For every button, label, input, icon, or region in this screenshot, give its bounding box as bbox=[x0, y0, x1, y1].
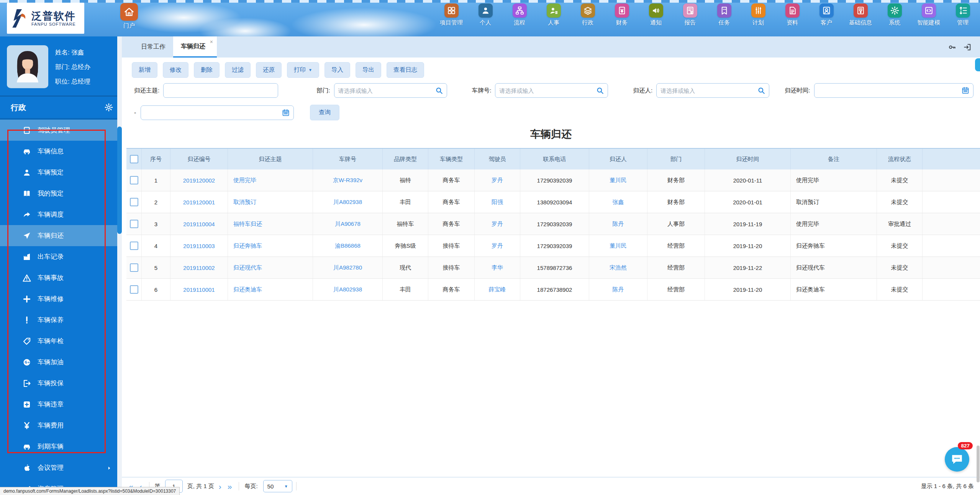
column-header[interactable]: 品牌类型 bbox=[383, 149, 428, 169]
sidebar-menu-item[interactable]: 车辆保养 bbox=[0, 309, 122, 331]
sidebar-menu-item[interactable]: 出车记录 bbox=[0, 246, 122, 267]
topnav-item[interactable]: 人事 bbox=[542, 3, 565, 26]
cell-driver[interactable]: 薛宝峰 bbox=[475, 279, 520, 300]
topnav-item[interactable]: 系统 bbox=[883, 3, 906, 26]
row-checkbox[interactable] bbox=[130, 198, 138, 206]
toolbar-button[interactable]: 删除 ▼ bbox=[194, 62, 220, 78]
cell-return-code[interactable]: 2019120002 bbox=[170, 169, 228, 191]
exit-icon[interactable] bbox=[963, 43, 972, 51]
cell-driver[interactable]: 罗丹 bbox=[475, 235, 520, 257]
topnav-item[interactable]: 个人 bbox=[474, 3, 497, 26]
sidebar-menu-item[interactable]: G+ 车辆加油 bbox=[0, 352, 122, 373]
sidebar-menu-item[interactable]: 驾驶员管理 bbox=[0, 120, 122, 141]
cell-returner[interactable]: 董川民 bbox=[589, 235, 647, 257]
toolbar-button[interactable]: 修改 ▼ bbox=[163, 62, 188, 78]
row-checkbox[interactable] bbox=[130, 176, 138, 184]
toolbar-button[interactable]: 还原 ▼ bbox=[256, 62, 282, 78]
scrollbar-fragment[interactable] bbox=[977, 446, 980, 482]
topnav-item[interactable]: 客户 bbox=[814, 3, 838, 26]
cell-subject[interactable]: 福特车归还 bbox=[228, 213, 313, 235]
column-header[interactable]: 联系电话 bbox=[520, 149, 589, 169]
sidebar-menu-item[interactable]: 车辆归还 bbox=[0, 225, 122, 246]
cell-plate[interactable]: 京W-R392v bbox=[313, 169, 383, 191]
return-time-end-input[interactable] bbox=[141, 105, 294, 120]
tab-vehicle-return[interactable]: 车辆归还 × bbox=[173, 36, 217, 58]
sidebar-menu-item[interactable]: 我的预定 bbox=[0, 183, 122, 204]
cell-returner[interactable]: 董川民 bbox=[589, 169, 647, 191]
subject-input[interactable] bbox=[163, 83, 278, 98]
plate-input[interactable] bbox=[495, 83, 608, 98]
cell-return-code[interactable]: 2019110004 bbox=[170, 213, 228, 235]
cell-return-code[interactable]: 2019110003 bbox=[170, 235, 228, 257]
gear-icon[interactable] bbox=[104, 103, 113, 112]
search-icon[interactable] bbox=[435, 86, 443, 95]
topnav-item[interactable]: 财务 bbox=[610, 3, 634, 26]
topnav-item[interactable]: 资料 bbox=[780, 3, 804, 26]
search-icon[interactable] bbox=[757, 86, 765, 95]
cell-returner[interactable]: 陈丹 bbox=[589, 279, 647, 300]
column-header[interactable]: 序号 bbox=[142, 149, 170, 169]
calendar-icon[interactable] bbox=[282, 109, 290, 117]
topnav-item-portal[interactable]: 门户 bbox=[117, 3, 141, 30]
column-header[interactable]: 驾驶员 bbox=[475, 149, 520, 169]
sidebar-menu-item[interactable]: 车辆事故 bbox=[0, 267, 122, 288]
cell-return-code[interactable]: 2019110001 bbox=[170, 279, 228, 300]
topnav-item[interactable]: 基础信息 bbox=[849, 3, 872, 26]
toolbar-button[interactable]: 过滤 ▼ bbox=[225, 62, 251, 78]
dept-input[interactable] bbox=[334, 83, 447, 98]
toolbar-button[interactable]: 查看日志 ▼ bbox=[387, 62, 424, 78]
sidebar-menu-item[interactable]: 车辆年检 bbox=[0, 331, 122, 352]
select-all-checkbox[interactable] bbox=[130, 155, 138, 163]
cell-subject[interactable]: 使用完毕 bbox=[228, 169, 313, 191]
sidebar-menu-item[interactable]: 车辆调度 bbox=[0, 204, 122, 225]
topnav-item[interactable]: 计划 bbox=[746, 3, 770, 26]
last-page-button[interactable]: » bbox=[225, 482, 235, 490]
sidebar-scrollbar-track[interactable] bbox=[117, 36, 122, 495]
next-page-button[interactable]: › bbox=[216, 482, 225, 490]
cell-plate[interactable]: 川A802938 bbox=[313, 279, 383, 300]
search-icon[interactable] bbox=[596, 86, 604, 95]
row-checkbox[interactable] bbox=[130, 220, 138, 228]
cell-plate[interactable]: 川A802938 bbox=[313, 191, 383, 213]
edge-scroll-button[interactable] bbox=[975, 58, 980, 71]
topnav-item[interactable]: 任务 bbox=[712, 3, 736, 26]
sidebar-menu-item[interactable]: 车辆违章 bbox=[0, 394, 122, 415]
cell-returner[interactable]: 张鑫 bbox=[589, 191, 647, 213]
row-checkbox[interactable] bbox=[130, 285, 138, 294]
sidebar-menu-item[interactable]: 车辆费用 bbox=[0, 415, 122, 436]
sidebar-menu-item[interactable]: 车辆预定 bbox=[0, 162, 122, 183]
sidebar-menu-item[interactable]: 车辆投保 bbox=[0, 373, 122, 394]
topnav-item[interactable]: 智能建模 bbox=[917, 3, 941, 26]
cell-subject[interactable]: 归还现代车 bbox=[228, 257, 313, 278]
column-header[interactable]: 备注 bbox=[791, 149, 877, 169]
cell-plate[interactable]: 川A982780 bbox=[313, 257, 383, 278]
toolbar-button[interactable]: 新增 ▼ bbox=[132, 62, 157, 78]
column-header[interactable]: 归还人 bbox=[589, 149, 647, 169]
column-header[interactable]: 车牌号 bbox=[313, 149, 383, 169]
sidebar-menu-item[interactable]: 车辆信息 bbox=[0, 141, 122, 162]
return-time-start-input[interactable] bbox=[814, 83, 973, 98]
sidebar-menu-item[interactable]: 到期车辆 bbox=[0, 436, 122, 457]
cell-driver[interactable]: 罗丹 bbox=[475, 213, 520, 235]
topnav-item[interactable]: 流程 bbox=[508, 3, 531, 26]
cell-driver[interactable]: 阳强 bbox=[475, 191, 520, 213]
close-tab-icon[interactable]: × bbox=[210, 39, 213, 45]
cell-return-code[interactable]: 2019110002 bbox=[170, 257, 228, 278]
cell-returner[interactable]: 宋浩然 bbox=[589, 257, 647, 278]
topnav-item[interactable]: 通知 bbox=[644, 3, 668, 26]
cell-subject[interactable]: 归还奥迪车 bbox=[228, 279, 313, 300]
cell-return-code[interactable]: 2019120001 bbox=[170, 191, 228, 213]
column-header[interactable]: 车辆类型 bbox=[428, 149, 475, 169]
topnav-item[interactable]: 报告 bbox=[678, 3, 702, 26]
topnav-item[interactable]: 项目管理 bbox=[439, 3, 463, 26]
calendar-icon[interactable] bbox=[961, 86, 970, 95]
cell-returner[interactable]: 陈丹 bbox=[589, 213, 647, 235]
page-size-select[interactable]: 50 ▼ bbox=[263, 480, 292, 492]
cell-plate[interactable]: 渝B86868 bbox=[313, 235, 383, 257]
toolbar-button[interactable]: 导出 ▼ bbox=[356, 62, 381, 78]
key-icon[interactable] bbox=[948, 43, 956, 51]
search-button[interactable]: 查询 bbox=[310, 105, 339, 120]
column-header[interactable]: 归还主题 bbox=[228, 149, 313, 169]
column-header[interactable]: 归还编号 bbox=[170, 149, 228, 169]
cell-subject[interactable]: 取消预订 bbox=[228, 191, 313, 213]
